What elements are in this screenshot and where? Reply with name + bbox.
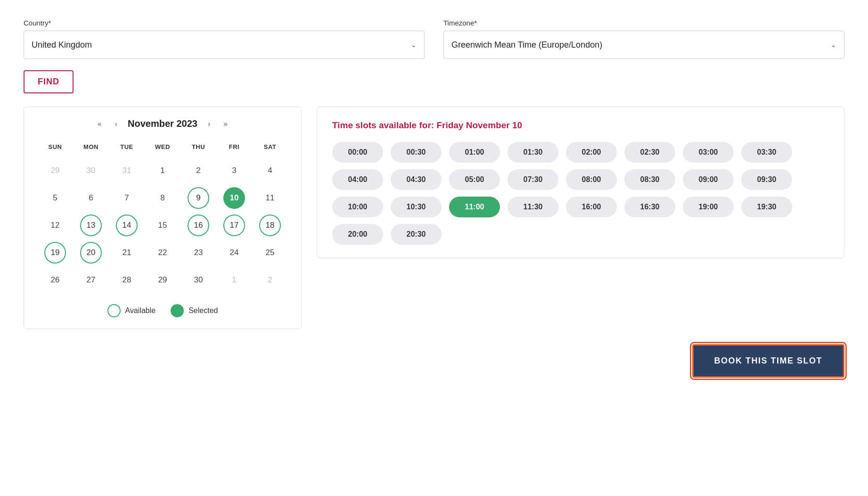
day-cell[interactable]: 19 [44,242,66,264]
day-cell[interactable]: 10 [223,187,245,209]
table-row: 11 [252,184,288,212]
time-slot-button[interactable]: 20:30 [391,224,442,245]
table-row: 12 [37,212,73,239]
time-slot-button[interactable]: 16:30 [624,197,675,217]
prev-month-nav[interactable]: ‹ [112,119,120,129]
next-year-nav[interactable]: » [221,119,230,129]
day-cell: 6 [80,187,102,209]
time-slot-button[interactable]: 00:30 [391,142,442,163]
day-cell[interactable]: 17 [223,215,245,236]
time-slot-button[interactable]: 10:30 [391,197,442,217]
time-slot-button[interactable]: 02:00 [566,142,617,163]
time-slot-button[interactable]: 08:30 [624,169,675,190]
day-cell: 29 [152,269,173,291]
table-row: 22 [145,239,180,266]
weekday-header: WED [145,141,180,157]
time-slot-button[interactable]: 10:00 [332,197,383,217]
table-row: 6 [73,184,109,212]
day-cell: 28 [116,269,138,291]
day-cell: 22 [152,242,173,264]
available-circle-icon [107,304,121,317]
find-button[interactable]: FIND [24,70,74,93]
country-chevron-icon: ⌄ [411,41,417,49]
main-content: « ‹ November 2023 › » SUNMONTUEWEDTHUFRI… [24,107,844,329]
table-row: 26 [37,266,73,294]
table-row: 24 [216,239,252,266]
day-cell: 30 [188,269,209,291]
day-cell: 2 [259,269,281,291]
time-slot-button[interactable]: 11:00 [449,197,500,217]
day-cell: 12 [44,215,66,236]
selected-circle-icon [171,304,184,317]
time-slot-button[interactable]: 11:30 [508,197,558,217]
day-cell[interactable]: 9 [188,187,209,209]
weekday-header: FRI [216,141,252,157]
time-slot-button[interactable]: 05:00 [449,169,500,190]
table-row: 3 [216,157,252,184]
table-row: 1 [216,266,252,294]
table-row: 9 [180,184,216,212]
timeslot-panel: Time slots available for: Friday Novembe… [317,107,844,258]
time-slot-button[interactable]: 03:30 [741,142,792,163]
table-row: 2 [252,266,288,294]
table-row: 10 [216,184,252,212]
table-row: 29 [145,266,180,294]
table-row: 30 [180,266,216,294]
time-slot-button[interactable]: 09:00 [683,169,734,190]
next-month-nav[interactable]: › [205,119,213,129]
day-cell: 4 [259,160,281,182]
time-slot-button[interactable]: 19:00 [683,197,734,217]
time-slot-button[interactable]: 20:00 [332,224,383,245]
timezone-chevron-icon: ⌄ [831,41,836,49]
legend-selected-label: Selected [188,306,218,315]
table-row: 19 [37,239,73,266]
table-row: 4 [252,157,288,184]
day-cell: 15 [152,215,173,236]
prev-year-nav[interactable]: « [95,119,105,129]
time-slot-button[interactable]: 19:30 [741,197,792,217]
time-slot-button[interactable]: 01:00 [449,142,500,163]
weekday-header: SUN [37,141,73,157]
country-select[interactable]: United Kingdom ⌄ [24,31,425,59]
timezone-select[interactable]: Greenwich Mean Time (Europe/London) ⌄ [443,31,844,59]
table-row: 16 [180,212,216,239]
time-slot-button[interactable]: 04:00 [332,169,383,190]
time-slot-button[interactable]: 00:00 [332,142,383,163]
weekday-header: SAT [252,141,288,157]
country-field-group: Country* United Kingdom ⌄ [24,19,425,59]
slots-grid: 00:0000:3001:0001:3002:0002:3003:0003:30… [332,142,829,245]
table-row: 25 [252,239,288,266]
time-slot-button[interactable]: 02:30 [624,142,675,163]
calendar-month-year: November 2023 [128,118,197,129]
table-row: 15 [145,212,180,239]
table-row: 20 [73,239,109,266]
time-slot-button[interactable]: 03:00 [683,142,734,163]
time-slot-button[interactable]: 16:00 [566,197,617,217]
calendar-panel: « ‹ November 2023 › » SUNMONTUEWEDTHUFRI… [24,107,302,329]
table-row: 5 [37,184,73,212]
day-cell[interactable]: 13 [80,215,102,236]
table-row: 30 [73,157,109,184]
table-row: 14 [109,212,145,239]
day-cell: 27 [80,269,102,291]
timezone-field-group: Timezone* Greenwich Mean Time (Europe/Lo… [443,19,844,59]
calendar-header: « ‹ November 2023 › » [37,118,288,129]
time-slot-button[interactable]: 07:30 [508,169,558,190]
table-row: 31 [109,157,145,184]
timezone-label: Timezone* [443,19,844,27]
day-cell[interactable]: 16 [188,215,209,236]
time-slot-button[interactable]: 09:30 [741,169,792,190]
weekday-header: THU [180,141,216,157]
time-slot-button[interactable]: 08:00 [566,169,617,190]
day-cell: 24 [223,242,245,264]
day-cell: 11 [259,187,281,209]
timeslot-heading: Time slots available for: Friday Novembe… [332,120,829,131]
time-slot-button[interactable]: 04:30 [391,169,442,190]
day-cell[interactable]: 20 [80,242,102,264]
time-slot-button[interactable]: 01:30 [508,142,558,163]
day-cell: 1 [223,269,245,291]
legend-available: Available [107,304,156,317]
book-button[interactable]: BOOK THIS TIME SLOT [692,344,845,378]
day-cell[interactable]: 18 [259,215,281,236]
day-cell[interactable]: 14 [116,215,138,236]
